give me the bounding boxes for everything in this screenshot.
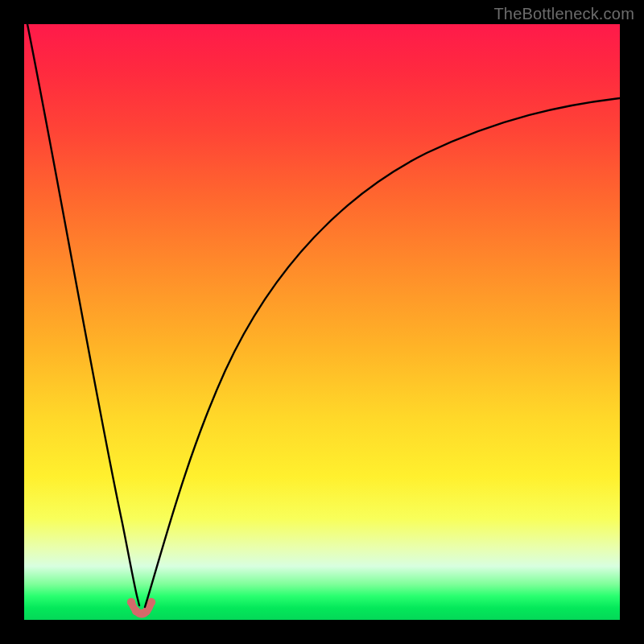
- plot-area: [24, 24, 620, 620]
- curve-layer: [24, 24, 620, 620]
- basin-marker: [127, 598, 135, 606]
- right-curve-path: [145, 98, 620, 607]
- basin-marker: [147, 598, 155, 606]
- watermark-text: TheBottleneck.com: [493, 5, 634, 23]
- chart-frame: TheBottleneck.com: [0, 0, 644, 644]
- basin-marker: [142, 607, 151, 615]
- left-curve-path: [27, 24, 139, 605]
